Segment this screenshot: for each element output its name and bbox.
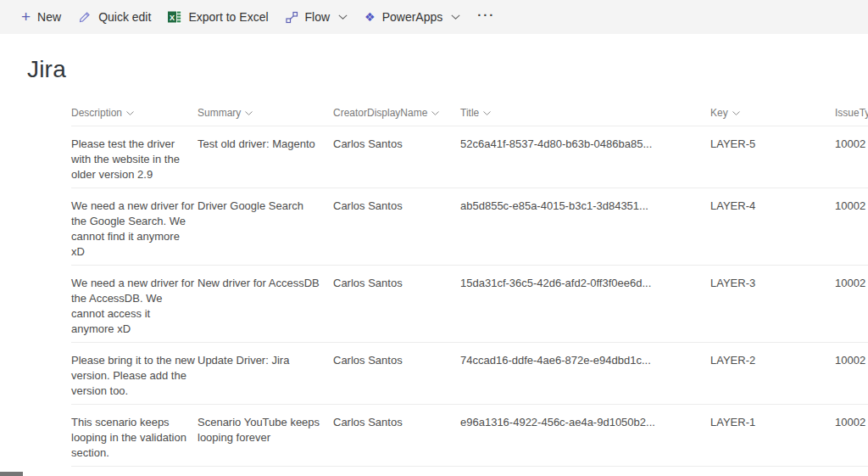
horizontal-scrollbar-thumb[interactable] <box>0 472 23 476</box>
cell-summary: Driver Google Search <box>198 199 333 260</box>
list-row[interactable]: We need a new driver for the Google Sear… <box>71 188 868 266</box>
quick-edit-button[interactable]: Quick edit <box>70 0 159 34</box>
list-row[interactable]: Please test the driver with the website … <box>71 126 868 188</box>
powerapps-icon: ❖ <box>364 11 376 23</box>
chevron-down-icon <box>338 14 348 20</box>
list-row[interactable]: This scenario keeps looping in the valid… <box>71 405 868 467</box>
cell-key: LAYER-1 <box>710 415 835 461</box>
cell-title: 74ccad16-ddfe-4ae6-872e-e94dbd1c... <box>460 353 710 399</box>
column-header-title[interactable]: Title <box>460 107 710 119</box>
page-title: Jira <box>27 54 868 85</box>
flow-label: Flow <box>305 10 331 24</box>
cell-summary: Test old driver: Magento <box>198 137 333 182</box>
column-header-label: Summary <box>198 107 241 119</box>
chevron-down-icon <box>431 111 439 115</box>
plus-icon: + <box>21 8 31 25</box>
cell-creator: Carlos Santos <box>333 199 460 260</box>
command-bar: + New Quick edit X Export to Excel <box>0 0 868 34</box>
list-row[interactable]: We need a new driver for the AccessDB. W… <box>71 266 868 343</box>
column-header-row: DescriptionSummaryCreatorDisplayNameTitl… <box>71 105 868 126</box>
more-commands-button[interactable]: ··· <box>469 0 504 34</box>
cell-issuetype: 10002 <box>835 415 868 461</box>
column-header-summary[interactable]: Summary <box>198 107 333 119</box>
cell-title: 52c6a41f-8537-4d80-b63b-0486ba85... <box>460 137 710 182</box>
cell-description: Please bring it to the new version. Plea… <box>71 353 198 399</box>
cell-key: LAYER-4 <box>710 199 835 260</box>
chevron-down-icon <box>126 111 134 115</box>
powerapps-menu-button[interactable]: ❖ PowerApps <box>356 0 469 34</box>
cell-issuetype: 10002 <box>835 199 868 260</box>
quick-edit-label: Quick edit <box>98 10 151 24</box>
cell-creator: Carlos Santos <box>333 353 460 399</box>
column-header-creatordisplayname[interactable]: CreatorDisplayName <box>333 107 460 119</box>
cell-title: 15da31cf-36c5-42d6-afd2-0ff3f0ee6d... <box>460 276 710 337</box>
column-header-label: Key <box>710 107 728 119</box>
cell-summary: Update Driver: Jira <box>198 353 333 399</box>
column-header-label: IssueType <box>835 107 868 119</box>
export-to-excel-button[interactable]: X Export to Excel <box>159 0 276 34</box>
cell-creator: Carlos Santos <box>333 137 460 182</box>
list-rows: Please test the driver with the website … <box>71 126 868 476</box>
cell-description: We need a new driver for the AccessDB. W… <box>71 276 198 337</box>
cell-description: We need a new driver for the Google Sear… <box>71 199 198 260</box>
column-header-label: Title <box>460 107 479 119</box>
excel-icon: X <box>168 10 181 24</box>
pencil-icon <box>78 10 92 24</box>
cell-creator: Carlos Santos <box>333 415 460 461</box>
flow-menu-button[interactable]: Flow <box>277 0 357 34</box>
column-header-description[interactable]: Description <box>71 107 198 119</box>
cell-description: This scenario keeps looping in the valid… <box>71 415 198 461</box>
cell-title: ab5d855c-e85a-4015-b3c1-3d84351... <box>460 199 710 260</box>
column-header-label: Description <box>71 107 122 119</box>
list-row[interactable]: Please bring it to the new version. Plea… <box>71 343 868 405</box>
cell-title: e96a1316-4922-456c-ae4a-9d1050b2... <box>460 415 710 461</box>
column-header-label: CreatorDisplayName <box>333 107 427 119</box>
new-button-label: New <box>37 10 61 24</box>
list-row[interactable]: Please test all new video guidesTest new… <box>71 467 868 476</box>
chevron-down-icon <box>732 111 740 115</box>
cell-key: LAYER-2 <box>710 353 835 399</box>
new-button[interactable]: + New <box>13 0 70 34</box>
export-to-excel-label: Export to Excel <box>188 10 268 24</box>
list-view: DescriptionSummaryCreatorDisplayNameTitl… <box>34 105 868 476</box>
cell-summary: New driver for AccessDB <box>198 276 333 337</box>
chevron-down-icon <box>245 111 253 115</box>
column-header-key[interactable]: Key <box>710 107 835 119</box>
svg-text:X: X <box>170 14 175 22</box>
cell-summary: Scenario YouTube keeps looping forever <box>198 415 333 461</box>
cell-creator: Carlos Santos <box>333 276 460 337</box>
column-header-issuetype[interactable]: IssueType <box>835 107 868 119</box>
powerapps-label: PowerApps <box>382 10 443 24</box>
cell-issuetype: 10002 <box>835 276 868 337</box>
cell-issuetype: 10002 <box>835 353 868 399</box>
cell-description: Please test the driver with the website … <box>71 137 198 182</box>
ellipsis-icon: ··· <box>477 8 495 21</box>
flow-icon <box>286 11 298 24</box>
chevron-down-icon <box>451 14 460 20</box>
cell-key: LAYER-5 <box>710 137 835 182</box>
chevron-down-icon <box>483 111 491 115</box>
cell-key: LAYER-3 <box>710 276 835 337</box>
cell-issuetype: 10002 <box>835 137 868 182</box>
